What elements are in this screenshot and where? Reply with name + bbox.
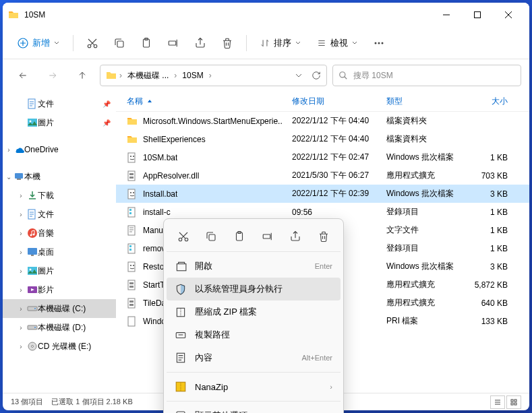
thumbnails-view-button[interactable]	[506, 395, 521, 409]
sidebar-item[interactable]: ›下載	[3, 186, 116, 205]
svg-rect-47	[129, 249, 131, 251]
svg-rect-48	[128, 262, 135, 272]
chevron-right-icon: ›	[16, 286, 26, 294]
breadcrumb[interactable]: › 本機磁碟 ... › 10SM ›	[100, 65, 327, 86]
ctx-item-open[interactable]: 開啟 Enter	[167, 255, 341, 278]
ctx-copy-button[interactable]	[199, 226, 223, 247]
chevron-right-icon: ›	[16, 343, 26, 350]
file-type: 文字文件	[386, 224, 467, 236]
cut-button[interactable]	[80, 31, 105, 55]
ctx-cut-button[interactable]	[171, 226, 196, 247]
ctx-delete-button[interactable]	[312, 226, 336, 247]
sidebar-item[interactable]: ›圖片	[3, 261, 116, 280]
details-view-button[interactable]	[490, 395, 505, 409]
sidebar-item[interactable]: ›影片	[3, 280, 116, 299]
copy-button[interactable]	[107, 31, 131, 55]
folder-icon	[106, 70, 117, 81]
file-row[interactable]: ShellExperiences 2022/1/12 下午 04:40 檔案資料…	[116, 130, 529, 148]
sidebar-quick-item[interactable]: 文件📌	[3, 94, 116, 113]
col-name[interactable]: 名稱	[127, 96, 292, 107]
view-button[interactable]: 檢視	[310, 33, 364, 53]
svg-point-34	[133, 156, 134, 157]
close-button[interactable]	[493, 3, 524, 27]
sidebar: 文件📌圖片📌›OneDrive⌄本機›下載›文件›音樂›桌面›圖片›影片›本機磁…	[3, 92, 116, 393]
svg-rect-52	[129, 282, 134, 284]
file-date: 2022/1/12 下午 04:40	[292, 115, 386, 127]
sidebar-item[interactable]: ›音樂	[3, 224, 116, 243]
file-size: 1 KB	[467, 153, 508, 162]
ctx-label: 內容	[195, 352, 293, 364]
svg-rect-60	[511, 403, 513, 405]
sidebar-item[interactable]: ›桌面	[3, 243, 116, 261]
svg-point-33	[130, 156, 131, 157]
svg-point-40	[133, 192, 134, 193]
chevron-right-icon: ›	[174, 71, 177, 80]
svg-point-50	[133, 265, 134, 266]
ctx-hint: Enter	[315, 262, 332, 270]
sidebar-quick-item[interactable]: 圖片📌	[3, 113, 116, 132]
view-icon	[317, 38, 326, 48]
svg-point-63	[185, 238, 188, 241]
sidebar-thispc[interactable]: ⌄本機	[3, 167, 116, 186]
refresh-icon[interactable]	[312, 71, 321, 80]
chevron-right-icon: ›	[16, 267, 26, 275]
ctx-item-shield[interactable]: 以系統管理員身分執行	[167, 278, 341, 300]
breadcrumb-item[interactable]: 10SM	[179, 69, 206, 82]
chevron-down-icon[interactable]	[294, 71, 303, 80]
file-name: Microsoft.Windows.StartMenuExperie..	[143, 117, 283, 126]
col-size[interactable]: 大小	[467, 96, 508, 107]
path-icon	[175, 329, 187, 341]
svg-point-62	[179, 238, 182, 241]
new-button[interactable]: 新增	[11, 33, 66, 53]
file-name: Install.bat	[143, 189, 177, 199]
svg-rect-0	[475, 12, 481, 18]
maximize-button[interactable]	[462, 3, 493, 27]
status-selection: 已選取 1 個項目 2.18 KB	[51, 397, 132, 407]
sort-button[interactable]: 排序	[254, 33, 307, 53]
svg-rect-22	[31, 255, 34, 256]
svg-rect-64	[209, 234, 215, 241]
file-row[interactable]: AppResolver.dll 2021/5/30 下午 06:27 應用程式擴…	[116, 166, 529, 185]
sidebar-onedrive[interactable]: ›OneDrive	[3, 140, 116, 159]
file-row[interactable]: Microsoft.Windows.StartMenuExperie.. 202…	[116, 112, 529, 130]
file-size: 703 KB	[467, 171, 508, 181]
ctx-item-path[interactable]: 複製路徑	[167, 323, 341, 346]
sidebar-item[interactable]: ›本機磁碟 (C:)	[3, 299, 116, 318]
col-date[interactable]: 修改日期	[292, 96, 386, 107]
svg-rect-69	[177, 308, 184, 316]
chevron-right-icon: ›	[16, 305, 26, 313]
ctx-paste-button[interactable]	[227, 226, 252, 247]
search-input[interactable]: 搜尋 10SM	[332, 65, 521, 86]
share-button[interactable]	[188, 31, 212, 55]
delete-button[interactable]	[215, 31, 239, 55]
minimize-button[interactable]	[431, 3, 462, 27]
ctx-item-zip[interactable]: 壓縮成 ZIP 檔案	[167, 300, 341, 323]
svg-point-8	[375, 42, 377, 44]
more-button[interactable]	[367, 31, 391, 55]
sidebar-item[interactable]: ›CD 光碟機 (E:)	[3, 337, 116, 356]
sidebar-item[interactable]: ›本機磁碟 (D:)	[3, 318, 116, 337]
ctx-share-button[interactable]	[283, 226, 307, 247]
file-row[interactable]: 10SM.bat 2022/1/12 下午 02:47 Windows 批次檔案…	[116, 148, 529, 166]
ctx-rename-button[interactable]	[256, 226, 280, 247]
ctx-nanazip[interactable]: NanaZip ›	[167, 375, 341, 398]
rename-button[interactable]	[161, 31, 185, 55]
up-button[interactable]	[70, 63, 94, 88]
open-icon	[175, 260, 187, 272]
column-headers: 名稱 修改日期 類型 大小	[116, 92, 529, 112]
back-button[interactable]	[11, 63, 35, 88]
sidebar-label: 本機磁碟 (D:)	[38, 322, 86, 333]
paste-button[interactable]	[134, 31, 158, 55]
sort-icon	[260, 38, 270, 48]
status-count: 13 個項目	[11, 397, 43, 407]
sidebar-item[interactable]: ›文件	[3, 205, 116, 224]
svg-rect-13	[28, 119, 37, 127]
ctx-item-props[interactable]: 內容 Alt+Enter	[167, 346, 341, 369]
forward-button[interactable]	[40, 63, 65, 88]
col-type[interactable]: 類型	[386, 96, 467, 107]
ctx-more-options[interactable]: 顯示其他選項 Shift+F10	[167, 404, 341, 413]
file-row[interactable]: Install.bat 2022/1/12 下午 02:39 Windows 批…	[116, 185, 529, 203]
svg-rect-61	[514, 403, 516, 405]
breadcrumb-item[interactable]: 本機磁碟 ...	[125, 69, 171, 83]
file-name: ShellExperiences	[143, 135, 206, 144]
